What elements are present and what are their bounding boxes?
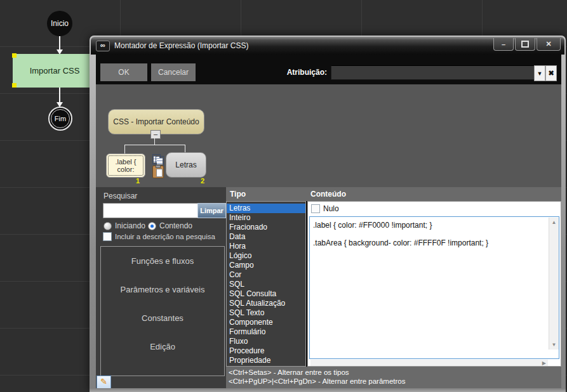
tipo-item[interactable]: Campo: [227, 261, 305, 270]
paste-page: [156, 169, 163, 177]
tree-node-letras-label: Letras: [175, 160, 196, 169]
tree-connector: [124, 145, 185, 145]
close-button[interactable]: ✕: [537, 38, 561, 51]
scroll-right-icon[interactable]: ▶: [542, 360, 546, 366]
paste-clip: [156, 165, 161, 168]
dialog-bottom-frame: [90, 388, 566, 392]
tipo-item[interactable]: Data: [227, 232, 305, 242]
radio-starting-label: Iniciando: [115, 221, 145, 230]
tipo-listbox: LetrasInteiroFracionadoDataHoraLógicoCam…: [226, 201, 306, 367]
nulo-checkbox[interactable]: Nulo: [311, 204, 339, 213]
tipo-item[interactable]: Procedure: [227, 346, 305, 356]
pencil-icon: ✎: [100, 377, 107, 386]
category-item[interactable]: Funções e fluxos: [101, 247, 224, 275]
flow-end-label: Fim: [55, 115, 66, 122]
tipo-item[interactable]: SQL Consulta: [227, 289, 305, 299]
tree-connector: [124, 145, 125, 154]
cancel-button[interactable]: Cancelar: [151, 63, 196, 81]
checkbox-icon: [103, 232, 112, 241]
clear-x-icon: ✖: [548, 69, 554, 77]
column-header-band: [226, 187, 561, 201]
dialog-titlebar[interactable]: ∞ Montador de Expressão (Importar CSS) –…: [91, 37, 564, 55]
tipo-item[interactable]: Formulário: [227, 327, 305, 337]
status-line-2: <Ctrl+PgUP>|<Ctrl+PgDn> - Alternar entre…: [229, 377, 561, 386]
flow-step-label: Importar CSS: [30, 66, 80, 75]
clear-search-button[interactable]: Limpar: [197, 203, 226, 218]
radio-icon: [103, 222, 112, 230]
radio-containing[interactable]: Contendo: [148, 221, 192, 230]
minimize-icon: –: [502, 41, 505, 48]
flow-connector-line: [59, 36, 60, 50]
tipo-item[interactable]: Hora: [227, 242, 305, 251]
ok-button[interactable]: OK: [100, 63, 147, 81]
tipo-item[interactable]: Inteiro: [227, 213, 305, 223]
minimize-button[interactable]: –: [493, 38, 514, 51]
selection-handle[interactable]: [12, 53, 17, 58]
tipo-item[interactable]: Letras: [227, 204, 305, 213]
status-line-1: <Ctrl+Setas> - Alternar entre os tipos: [229, 368, 561, 377]
flow-designer-canvas: { "window": { "title": "Montador de Expr…: [0, 0, 567, 392]
paste-icon[interactable]: [152, 166, 164, 178]
radio-selected-icon: [148, 222, 156, 230]
tree-collapse-toggle[interactable]: –: [150, 130, 161, 139]
edit-mode-button[interactable]: ✎: [97, 376, 111, 389]
flow-start-label: Inicio: [51, 19, 69, 28]
combobox-clear-button[interactable]: ✖: [545, 65, 557, 81]
chevron-down-icon: ▼: [537, 70, 543, 77]
app-icon: ∞: [96, 41, 110, 51]
flow-end-node[interactable]: Fim: [48, 107, 72, 131]
selection-handle[interactable]: [12, 83, 17, 88]
tipo-item[interactable]: SQL Atualização: [227, 299, 305, 308]
nulo-label: Nulo: [323, 204, 339, 213]
tipo-item[interactable]: Fluxo: [227, 337, 305, 346]
category-item[interactable]: Constantes: [101, 304, 224, 332]
close-icon: ✕: [545, 40, 551, 48]
tipo-item[interactable]: Lógico: [227, 251, 305, 261]
tipo-item[interactable]: Componente: [227, 318, 305, 327]
flow-step-importar-css[interactable]: Importar CSS: [13, 54, 97, 88]
search-label: Pesquisar: [103, 192, 137, 200]
include-description-label: Incluir a descrição na pesquisa: [115, 233, 215, 240]
tree-connector: [154, 138, 155, 145]
horizontal-scrollbar[interactable]: ▶: [310, 360, 548, 366]
tipo-item[interactable]: SQL Texto: [227, 308, 305, 318]
checkbox-icon: [311, 204, 320, 213]
radio-containing-label: Contendo: [159, 221, 192, 230]
tipo-item[interactable]: Propriedade: [227, 356, 305, 365]
radio-starting[interactable]: Iniciando: [103, 221, 145, 230]
atribuicao-combobox[interactable]: [331, 65, 535, 80]
scroll-down-icon[interactable]: ▼: [549, 340, 559, 350]
copy-icon[interactable]: [152, 154, 164, 165]
search-input[interactable]: [103, 203, 199, 218]
content-textarea[interactable]: .label { color: #FF0000 !important; } .t…: [309, 216, 559, 359]
maximize-button[interactable]: [515, 38, 535, 51]
flow-start-node[interactable]: Inicio: [47, 11, 72, 36]
category-item[interactable]: Edição: [101, 332, 224, 361]
tree-node-index: 2: [201, 177, 204, 185]
tree-root-label: CSS - Importar Conteúdo: [113, 117, 199, 126]
tree-node-css-label: .label { color:: [115, 158, 136, 173]
tree-node-letras[interactable]: Letras: [166, 152, 206, 178]
flow-connector-line: [59, 88, 60, 103]
maximize-icon: [521, 41, 529, 48]
tipo-header: Tipo: [230, 190, 246, 199]
tipo-item[interactable]: Cor: [227, 270, 305, 280]
status-bar: <Ctrl+Setas> - Alternar entre os tipos <…: [226, 367, 561, 388]
dialog-title: Montador de Expressão (Importar CSS): [114, 41, 248, 50]
tipo-item[interactable]: Fracionado: [227, 223, 305, 232]
tree-node-index: 1: [136, 177, 140, 185]
combobox-dropdown-button[interactable]: ▼: [534, 65, 545, 81]
tipo-item[interactable]: SQL: [227, 280, 305, 289]
tree-node-css-snippet[interactable]: .label { color:: [106, 154, 145, 178]
category-accordion: Funções e fluxosParâmetros e variáveisCo…: [100, 246, 225, 376]
scroll-up-icon[interactable]: ▲: [549, 218, 559, 227]
include-description-checkbox[interactable]: Incluir a descrição na pesquisa: [103, 232, 215, 241]
category-item[interactable]: Parâmetros e variáveis: [101, 275, 224, 304]
atribuicao-label: Atribuição:: [251, 68, 327, 77]
tree-connector: [185, 145, 185, 152]
vertical-scrollbar[interactable]: ▲ ▼: [549, 218, 559, 350]
conteudo-header: Conteúdo: [310, 190, 346, 199]
